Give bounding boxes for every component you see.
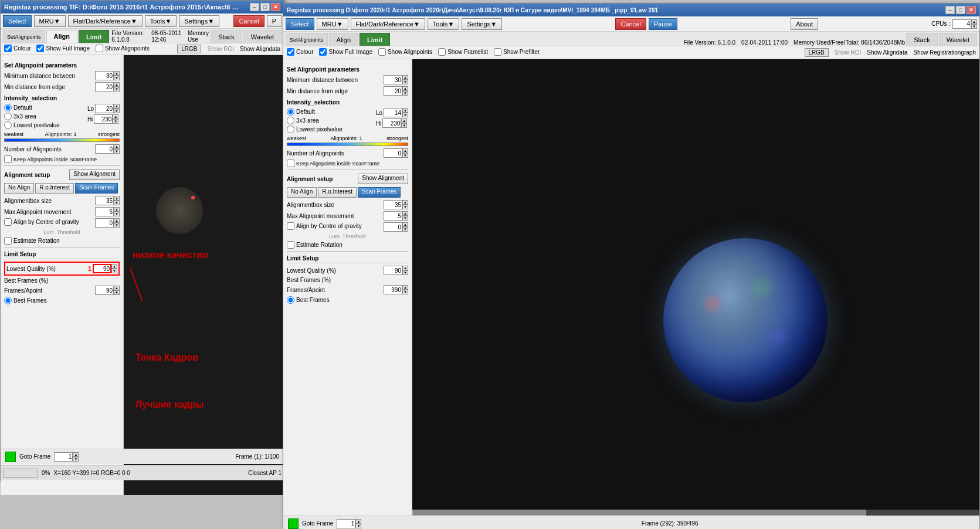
select-btn-right[interactable]: Select	[286, 18, 314, 30]
cancel-btn-left[interactable]: Cancel	[233, 15, 264, 27]
scan-frames-btn-left[interactable]: Scan Frames	[75, 183, 118, 194]
frames-apoint-input-left[interactable]	[95, 286, 114, 295]
close-btn-right[interactable]: ✕	[967, 6, 976, 14]
close-btn-left[interactable]: ✕	[271, 3, 280, 11]
tools-btn-right[interactable]: Tools▼	[428, 18, 460, 30]
radio-3x3-left[interactable]: 3x3 area	[4, 113, 83, 120]
min-distance-input[interactable]	[95, 71, 114, 80]
show-prefilter-check-right[interactable]: Show Prefilter	[494, 48, 540, 56]
show-alignment-btn-left[interactable]: Show Alignment	[69, 169, 120, 180]
flat-dark-btn-left[interactable]: Flat/Dark/Reference▼	[68, 15, 143, 27]
radio-3x3-right[interactable]: 3x3 area	[287, 117, 372, 124]
show-aligndata-btn-left[interactable]: Show Aligndata	[240, 46, 280, 52]
gravity-input-right[interactable]	[384, 222, 402, 232]
min-edge-input-right[interactable]	[384, 86, 402, 96]
lo-input-left[interactable]	[95, 104, 114, 113]
maximize-btn-right[interactable]: □	[956, 6, 965, 14]
tab-align-right[interactable]: Align	[329, 33, 358, 46]
max-movement-input-right[interactable]	[384, 211, 402, 221]
mru-btn-right[interactable]: MRU▼	[317, 18, 348, 30]
show-alignment-btn-right[interactable]: Show Alignment	[358, 174, 408, 184]
best-frames-radio-right[interactable]: Best Frames	[287, 296, 408, 304]
tab-limit-left[interactable]: Limit	[79, 30, 109, 43]
tab-wavelet-right[interactable]: Wavelet	[939, 33, 977, 46]
show-framelist-check-right[interactable]: Show Framelist	[438, 48, 488, 56]
keep-alignpoints-check-left[interactable]: Keep Alignpoints inside ScanFrame	[4, 155, 120, 163]
show-full-check-right[interactable]: Show Full Image	[319, 48, 372, 56]
show-roi-btn-right[interactable]: Show ROI	[835, 49, 862, 56]
tab-set-alignpoints-right[interactable]: SetAlignpoints	[286, 33, 328, 46]
goto-input-right[interactable]	[337, 519, 355, 528]
estimate-rotation-check-right[interactable]: Estimate Rotation	[287, 241, 408, 249]
lowest-quality-input-left[interactable]	[93, 264, 111, 273]
mru-btn-left[interactable]: MRU▼	[34, 15, 66, 27]
lowest-quality-input-right[interactable]	[384, 266, 402, 275]
tab-stack-left[interactable]: Stack	[211, 30, 242, 43]
keep-alignpoints-check-right[interactable]: Keep Alignpoints inside ScanFrame	[287, 160, 408, 167]
cpus-input-right[interactable]	[952, 19, 971, 29]
radio-default-right[interactable]: Default	[287, 108, 372, 116]
best-frames-radio-left[interactable]: Best Frames	[4, 297, 120, 304]
show-align-check-left[interactable]: Show Alignpoints	[96, 45, 150, 52]
maximize-btn-left[interactable]: □	[260, 3, 270, 11]
roi-btn-left[interactable]: R.o.Interest	[35, 183, 74, 194]
minimize-btn-left[interactable]: ─	[250, 3, 259, 11]
num-alignpoints-input-left[interactable]	[95, 144, 114, 154]
lowest-quality-row-left: Lowest Quality (%) 1 ▲▼	[4, 262, 120, 276]
tab-wavelet-left[interactable]: Wavelet	[243, 30, 282, 43]
min-distance-spinbox[interactable]: ▲▼	[95, 71, 120, 80]
show-roi-btn-left[interactable]: Show ROI	[207, 46, 234, 52]
min-dist-up[interactable]: ▲	[114, 71, 120, 76]
align-gravity-check-right[interactable]: Align by Centre of gravity	[287, 222, 362, 230]
tab-limit-right[interactable]: Limit	[360, 33, 390, 46]
hi-input-left[interactable]	[94, 114, 113, 124]
estimate-rotation-check-left[interactable]: Estimate Rotation	[4, 237, 120, 245]
colour-check-left[interactable]: Colour	[4, 45, 30, 52]
min-distance-input-right[interactable]	[384, 75, 402, 84]
frames-apoint-input-right[interactable]	[384, 285, 402, 294]
alignbox-input-right[interactable]	[384, 200, 402, 209]
min-dist-down[interactable]: ▼	[114, 76, 120, 80]
roi-btn-right[interactable]: R.o.Interest	[318, 187, 357, 198]
cancel-btn-right[interactable]: Cancel	[615, 18, 646, 30]
gravity-input-left[interactable]	[95, 218, 114, 228]
pause-btn-right[interactable]: Pause	[649, 18, 677, 30]
tab-stack-right[interactable]: Stack	[906, 33, 938, 46]
show-aligndata-btn-right[interactable]: Show Aligndata	[867, 49, 907, 56]
min-edge-down[interactable]: ▼	[114, 87, 120, 91]
min-edge-up[interactable]: ▲	[114, 82, 120, 87]
settings-btn-left[interactable]: Settings▼	[179, 15, 219, 27]
lrgb-btn-left[interactable]: LRGB	[177, 45, 201, 53]
goto-input-left[interactable]	[54, 452, 73, 462]
radio-lowest-right[interactable]: Lowest pixelvalue	[287, 126, 372, 133]
no-align-btn-right[interactable]: No Align	[287, 187, 317, 198]
show-alignpoints-check-right[interactable]: Show Alignpoints	[378, 48, 432, 56]
limit-setup-title-right: Limit Setup	[287, 255, 408, 263]
tools-btn-left[interactable]: Tools▼	[145, 15, 177, 27]
tab-set-alignpoints-left[interactable]: SetAlignpoints	[3, 30, 45, 43]
minimize-btn-right[interactable]: ─	[945, 6, 955, 14]
radio-default-left[interactable]: Default	[4, 104, 83, 111]
show-reg-graph-btn-right[interactable]: Show Registrationgraph	[913, 49, 976, 56]
max-movement-input-left[interactable]	[95, 207, 114, 216]
min-edge-spinbox[interactable]: ▲▼	[95, 82, 120, 91]
radio-lowest-left[interactable]: Lowest pixelvalue	[4, 121, 83, 129]
lo-input-right[interactable]	[384, 108, 402, 117]
num-alignpoints-input-right[interactable]	[384, 148, 402, 158]
no-align-btn-left[interactable]: No Align	[4, 183, 34, 194]
tab-align-left[interactable]: Align	[46, 30, 78, 43]
scan-frames-btn-right[interactable]: Scan Frames	[358, 187, 401, 198]
hi-input-right[interactable]	[382, 118, 401, 128]
image-scrollbar[interactable]	[412, 510, 979, 516]
align-gravity-check-left[interactable]: Align by Centre of gravity	[4, 218, 79, 226]
flat-dark-btn-right[interactable]: Flat/Dark/Reference▼	[351, 18, 425, 30]
colour-check-right[interactable]: Colour	[287, 48, 313, 56]
lrgb-btn-right[interactable]: LRGB	[805, 48, 829, 57]
about-btn-right[interactable]: About	[791, 18, 818, 30]
alignbox-input-left[interactable]	[95, 196, 114, 205]
p-btn-left[interactable]: P	[267, 15, 282, 27]
select-btn-left[interactable]: Select	[3, 15, 32, 27]
settings-btn-right[interactable]: Settings▼	[462, 18, 502, 30]
show-full-check-left[interactable]: Show Full Image	[36, 45, 89, 52]
min-edge-input[interactable]	[95, 82, 114, 91]
